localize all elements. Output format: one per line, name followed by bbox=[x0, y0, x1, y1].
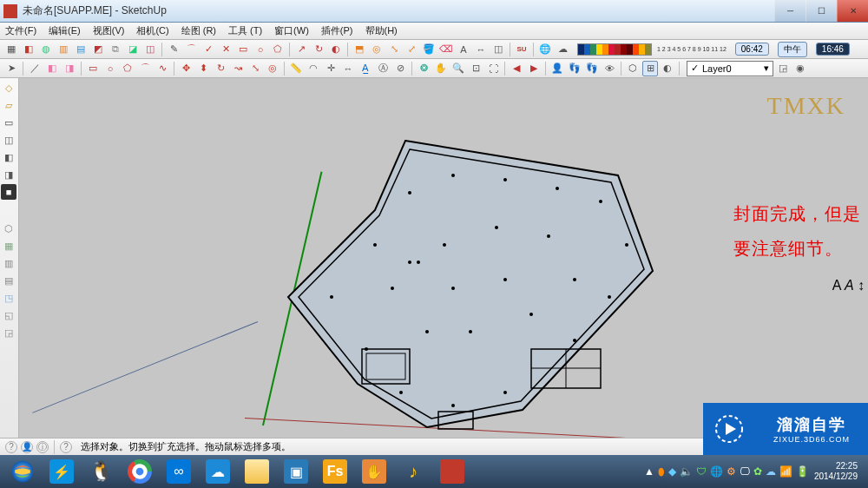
walk-icon[interactable]: 👣 bbox=[584, 61, 600, 76]
style-icon[interactable]: ◨ bbox=[1, 167, 16, 182]
circle-icon[interactable]: ○ bbox=[102, 61, 118, 76]
text-icon[interactable]: A bbox=[456, 42, 471, 57]
cyl-icon[interactable]: ◍ bbox=[38, 42, 54, 57]
move-icon[interactable]: ✥ bbox=[178, 61, 194, 76]
tool-icon[interactable]: ▥ bbox=[56, 42, 71, 57]
tool-icon[interactable]: ◫ bbox=[142, 42, 158, 57]
layer-color-icon[interactable]: ◉ bbox=[792, 61, 808, 76]
style-icon[interactable]: ▱ bbox=[1, 97, 16, 113]
menu-help[interactable]: 帮助(H) bbox=[365, 24, 398, 37]
size-a[interactable]: A bbox=[832, 278, 841, 293]
task-qq[interactable]: 🐧 bbox=[82, 457, 120, 486]
globe-icon[interactable]: 🌐 bbox=[537, 42, 553, 57]
tray-icon[interactable]: ◆ bbox=[668, 465, 676, 478]
tray-icon[interactable]: ⚙ bbox=[727, 465, 736, 478]
menu-file[interactable]: 文件(F) bbox=[5, 24, 36, 37]
canvas-viewport[interactable]: TMXK 封面完成，但是 要注意细节。 bbox=[19, 78, 868, 458]
paint-icon[interactable]: 🪣 bbox=[421, 42, 437, 57]
layer-mgr-icon[interactable]: ◲ bbox=[775, 61, 791, 76]
pencil-icon[interactable]: ✎ bbox=[166, 42, 181, 57]
eraser-icon[interactable]: ◧ bbox=[44, 61, 60, 76]
cloud-icon[interactable]: ☁ bbox=[555, 42, 570, 57]
section-icon[interactable]: ⊘ bbox=[392, 61, 408, 76]
clock[interactable]: 22:25 2014/12/29 bbox=[814, 461, 858, 482]
tool-icon[interactable]: ✕ bbox=[218, 42, 233, 57]
menu-window[interactable]: 窗口(W) bbox=[274, 24, 309, 37]
task-fs[interactable]: Fs bbox=[316, 457, 354, 486]
tray-icons[interactable]: ▲ ⬮ ◆ 🔈 🛡 🌐 ⚙ 🖵 ✿ ☁ 📶 🔋 bbox=[644, 465, 809, 478]
iso-icon[interactable]: ⬡ bbox=[625, 61, 641, 76]
tray-icon[interactable]: ✿ bbox=[753, 465, 762, 478]
menu-draw[interactable]: 绘图 (R) bbox=[181, 24, 216, 37]
tool-icon[interactable]: ◩ bbox=[90, 42, 106, 57]
3dtext-icon[interactable]: Ⓐ bbox=[375, 61, 391, 76]
menu-edit[interactable]: 编辑(E) bbox=[49, 24, 81, 37]
maximize-button[interactable]: ☐ bbox=[806, 0, 837, 22]
tape-icon[interactable]: 📏 bbox=[288, 61, 304, 76]
tool-icon[interactable]: ◐ bbox=[328, 42, 344, 57]
offset-icon[interactable]: ◎ bbox=[369, 42, 385, 57]
task-chrome[interactable] bbox=[121, 457, 159, 486]
view-icon[interactable]: ▦ bbox=[1, 238, 16, 254]
task-sketchup[interactable] bbox=[433, 457, 471, 486]
task-baidu[interactable]: ∞ bbox=[160, 457, 198, 486]
eraser-icon[interactable]: ⌫ bbox=[438, 42, 454, 57]
info-icon[interactable]: ⓘ bbox=[36, 441, 49, 453]
close-button[interactable]: ✕ bbox=[837, 0, 868, 22]
hint-icon[interactable]: ? bbox=[60, 441, 72, 453]
menu-view[interactable]: 视图(V) bbox=[93, 24, 125, 37]
dim-icon[interactable]: ↔ bbox=[473, 42, 489, 57]
tray-icon[interactable]: 🌐 bbox=[710, 465, 723, 478]
pan-icon[interactable]: ✋ bbox=[433, 61, 449, 76]
task-hand[interactable]: ✋ bbox=[355, 457, 393, 486]
minimize-button[interactable]: ─ bbox=[774, 0, 806, 22]
rotate-icon[interactable]: ↻ bbox=[311, 42, 326, 57]
tape-icon[interactable]: ◫ bbox=[490, 42, 506, 57]
walk-icon[interactable]: 👣 bbox=[567, 61, 582, 76]
circle-icon[interactable]: ○ bbox=[253, 42, 268, 57]
start-button[interactable] bbox=[3, 457, 42, 486]
floor-model[interactable] bbox=[279, 132, 670, 445]
rect-icon[interactable]: ▭ bbox=[235, 42, 251, 57]
new-icon[interactable]: ▦ bbox=[3, 42, 19, 57]
text-size-toggle[interactable]: A A ↕ bbox=[832, 278, 865, 293]
layer-selector[interactable]: ✓ Layer0 ▾ bbox=[687, 61, 773, 76]
tray-icon[interactable]: ⬮ bbox=[658, 465, 665, 478]
bucket-icon[interactable]: ◨ bbox=[62, 61, 77, 76]
task-cloud[interactable]: ☁ bbox=[199, 457, 237, 486]
arc-icon[interactable]: ⌒ bbox=[137, 61, 153, 76]
axes-icon[interactable]: ✛ bbox=[323, 61, 339, 76]
tray-icon[interactable]: 📶 bbox=[779, 465, 792, 478]
protractor-icon[interactable]: ◠ bbox=[306, 61, 321, 76]
help-icon[interactable]: ? bbox=[5, 441, 17, 453]
poly-icon[interactable]: ⬠ bbox=[270, 42, 286, 57]
view-icon[interactable]: ▥ bbox=[1, 255, 16, 271]
zoom-icon[interactable]: 🔍 bbox=[450, 61, 466, 76]
offset-icon[interactable]: ◎ bbox=[265, 61, 280, 76]
menu-camera[interactable]: 相机(C) bbox=[136, 24, 168, 37]
zoomext-icon[interactable]: ⛶ bbox=[485, 61, 501, 76]
zoomwin-icon[interactable]: ⊡ bbox=[468, 61, 483, 76]
arc-icon[interactable]: ⌒ bbox=[183, 42, 199, 57]
pushpull-icon[interactable]: ⬍ bbox=[195, 61, 211, 76]
position-icon[interactable]: 👤 bbox=[549, 61, 565, 76]
poly-icon[interactable]: ⬠ bbox=[120, 61, 135, 76]
tray-icon[interactable]: ☁ bbox=[766, 465, 776, 478]
view-icon[interactable]: ◳ bbox=[1, 290, 16, 306]
push-icon[interactable]: ⬒ bbox=[352, 42, 367, 57]
cube-icon[interactable]: ◧ bbox=[21, 42, 36, 57]
orbit-icon[interactable]: ❂ bbox=[416, 61, 431, 76]
tool-icon[interactable]: ⤢ bbox=[404, 42, 419, 57]
su-icon[interactable]: SU bbox=[514, 42, 529, 57]
dim-icon[interactable]: ↔ bbox=[340, 61, 356, 76]
style-icon[interactable]: ◫ bbox=[1, 132, 16, 148]
user-icon[interactable]: 👤 bbox=[21, 441, 33, 453]
tray-icon[interactable]: 🔋 bbox=[796, 465, 809, 478]
tool-icon[interactable]: ◪ bbox=[125, 42, 141, 57]
tray-icon[interactable]: 🔈 bbox=[680, 465, 693, 478]
view-icon[interactable]: ◱ bbox=[1, 307, 16, 323]
view-icon[interactable]: ⬡ bbox=[1, 221, 16, 236]
style-icon[interactable]: ◧ bbox=[1, 149, 16, 165]
scale-icon[interactable]: ⤡ bbox=[386, 42, 402, 57]
task-video[interactable]: ▣ bbox=[277, 457, 315, 486]
